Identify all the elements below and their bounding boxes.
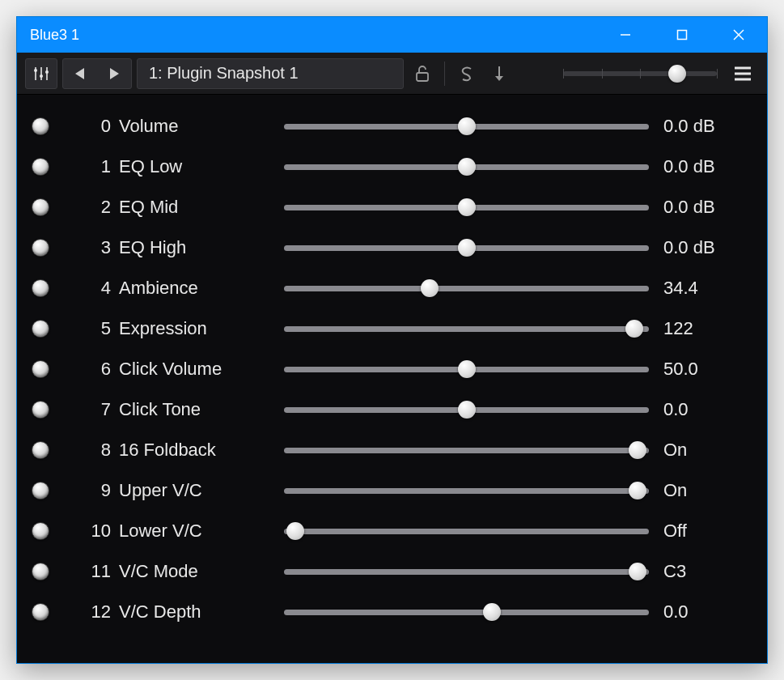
minimize-button[interactable] — [597, 17, 654, 53]
param-slider[interactable] — [284, 157, 649, 176]
param-slider[interactable] — [284, 238, 649, 257]
minimize-icon — [619, 28, 632, 41]
param-radio[interactable] — [32, 279, 49, 297]
s-icon — [459, 65, 475, 83]
param-index: 12 — [49, 601, 119, 623]
arrow-down-icon — [494, 65, 505, 83]
param-index: 5 — [49, 318, 119, 339]
param-slider-thumb[interactable] — [458, 360, 476, 378]
next-preset-button[interactable] — [97, 59, 131, 88]
param-index: 1 — [49, 156, 119, 177]
param-index: 11 — [49, 561, 119, 582]
lock-button[interactable] — [409, 58, 436, 89]
param-index: 4 — [49, 278, 119, 299]
param-slider-thumb[interactable] — [458, 117, 476, 135]
unlock-icon — [414, 65, 430, 83]
param-slider-track — [284, 569, 649, 575]
close-button[interactable] — [710, 17, 767, 53]
param-row: 4Ambience34.4 — [22, 268, 762, 308]
param-label: EQ Low — [119, 156, 281, 177]
svg-point-7 — [40, 74, 43, 78]
param-index: 3 — [49, 237, 119, 258]
param-slider[interactable] — [284, 521, 649, 541]
main-slider-track — [563, 71, 717, 76]
param-radio[interactable] — [32, 239, 49, 257]
down-arrow-button[interactable] — [485, 58, 513, 89]
param-label: Ambience — [119, 278, 281, 299]
param-radio[interactable] — [32, 522, 49, 540]
param-value: 0.0 — [663, 399, 752, 420]
svg-point-9 — [45, 70, 49, 74]
param-slider[interactable] — [284, 359, 649, 379]
param-row: 10Lower V/COff — [22, 511, 762, 551]
param-slider[interactable] — [284, 481, 649, 500]
editor-view-button[interactable] — [25, 58, 57, 89]
main-slider[interactable] — [563, 58, 717, 89]
param-slider-thumb[interactable] — [458, 239, 476, 257]
param-slider[interactable] — [284, 319, 649, 338]
param-row: 1EQ Low0.0 dB — [22, 147, 762, 187]
param-radio[interactable] — [32, 117, 49, 135]
title-bar: Blue3 1 — [17, 17, 767, 53]
param-slider-thumb[interactable] — [286, 522, 304, 540]
param-slider-thumb[interactable] — [625, 320, 643, 338]
param-slider[interactable] — [284, 198, 649, 217]
maximize-button[interactable] — [654, 17, 710, 53]
param-slider-thumb[interactable] — [458, 158, 476, 176]
param-slider-thumb[interactable] — [458, 198, 476, 216]
param-row: 6Click Volume50.0 — [22, 349, 762, 389]
preset-label: 1: Plugin Snapshot 1 — [149, 64, 299, 83]
close-icon — [732, 28, 745, 41]
param-value: 0.0 — [663, 601, 752, 623]
prev-preset-button[interactable] — [63, 59, 97, 88]
hamburger-icon — [733, 66, 752, 82]
param-row: 0Volume0.0 dB — [22, 106, 762, 147]
param-slider[interactable] — [284, 117, 649, 136]
param-radio[interactable] — [32, 401, 49, 419]
param-label: V/C Depth — [119, 601, 281, 623]
param-slider-thumb[interactable] — [629, 441, 646, 459]
param-slider-track — [284, 488, 649, 494]
param-radio[interactable] — [32, 482, 49, 499]
param-row: 7Click Tone0.0 — [22, 389, 762, 430]
param-value: 34.4 — [663, 278, 752, 299]
param-slider-thumb[interactable] — [629, 563, 646, 580]
param-label: 16 Foldback — [119, 440, 281, 461]
param-slider-track — [284, 326, 649, 332]
param-slider-thumb[interactable] — [483, 603, 501, 621]
parameter-list[interactable]: 0Volume0.0 dB1EQ Low0.0 dB2EQ Mid0.0 dB3… — [17, 95, 767, 663]
param-label: Expression — [119, 318, 281, 339]
param-slider[interactable] — [284, 400, 649, 419]
param-slider[interactable] — [284, 602, 649, 622]
param-slider-thumb[interactable] — [629, 482, 646, 499]
param-value: On — [663, 440, 752, 461]
param-radio[interactable] — [32, 603, 49, 621]
param-slider-track — [284, 286, 649, 291]
main-slider-thumb[interactable] — [668, 65, 686, 83]
param-slider[interactable] — [284, 440, 649, 460]
param-value: 122 — [663, 318, 752, 339]
param-radio[interactable] — [32, 320, 49, 338]
param-slider[interactable] — [284, 562, 649, 581]
param-radio[interactable] — [32, 198, 49, 216]
param-radio[interactable] — [32, 360, 49, 378]
param-label: Click Tone — [119, 399, 281, 420]
param-radio[interactable] — [32, 563, 49, 580]
param-slider-thumb[interactable] — [421, 279, 439, 297]
menu-button[interactable] — [727, 58, 759, 89]
param-value: 0.0 dB — [663, 197, 752, 218]
preset-display[interactable]: 1: Plugin Snapshot 1 — [137, 58, 404, 89]
param-value: On — [663, 480, 752, 501]
param-slider-thumb[interactable] — [458, 401, 476, 419]
param-label: EQ Mid — [119, 197, 281, 218]
param-radio[interactable] — [32, 441, 49, 459]
solo-button[interactable] — [453, 58, 481, 89]
param-row: 5Expression122 — [22, 308, 762, 349]
param-label: Lower V/C — [119, 521, 281, 542]
param-label: EQ High — [119, 237, 281, 258]
param-slider[interactable] — [284, 278, 649, 298]
param-slider-track — [284, 610, 649, 615]
param-radio[interactable] — [32, 158, 49, 176]
param-value: 0.0 dB — [663, 156, 752, 177]
svg-marker-11 — [110, 68, 119, 79]
